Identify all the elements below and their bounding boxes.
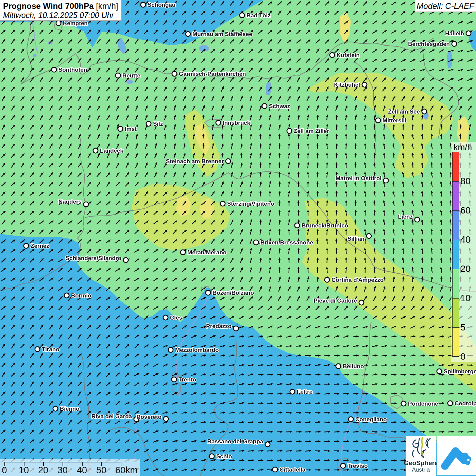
scale-label: 20 — [38, 465, 48, 476]
city-label: Rovereto — [136, 414, 162, 420]
city-marker — [376, 118, 380, 123]
city-label: Bozen/Bolzano — [213, 290, 254, 296]
city-label: Imst — [125, 126, 137, 132]
title-parameter: Prognose Wind 700hPa — [3, 1, 94, 11]
city-marker — [84, 202, 88, 207]
city: Schwaz — [262, 103, 290, 109]
scale-label: 0 — [2, 465, 7, 476]
city-marker — [330, 53, 335, 57]
city-label: Cittadella — [279, 466, 306, 473]
scale-label: 30 — [57, 465, 68, 476]
city: Tirano — [35, 346, 60, 353]
city-label: Conegliano — [355, 416, 387, 423]
city-marker — [168, 347, 173, 352]
legend-segment — [452, 152, 459, 181]
city: Cortina d'Ampezzo — [325, 277, 384, 283]
city-marker — [362, 82, 367, 87]
city: Imst — [118, 126, 137, 132]
legend-segment — [452, 240, 459, 269]
contour-lines-icon — [409, 436, 433, 460]
scale-label: 10 — [19, 465, 29, 476]
page-title: Prognose Wind 700hPa [km/h] — [3, 1, 119, 11]
city-label: Garmisch-Partenkirchen — [179, 71, 246, 77]
city: Bruneck/Brunico — [295, 222, 348, 229]
color-legend: km/h 806040201050 — [451, 142, 476, 362]
legend-tick-label: 10 — [460, 293, 471, 304]
city: Bienno — [53, 406, 80, 412]
city-marker — [265, 442, 270, 447]
legend-tick-label: 0 — [460, 352, 465, 362]
geosphere-sub: Austria — [412, 466, 430, 473]
city: Steinach am Brenner — [166, 158, 231, 165]
city-label: Cles — [170, 314, 182, 321]
city: Codroipo — [448, 400, 476, 407]
city-label: Kufstein — [337, 52, 360, 58]
model-label: Modell: C-LAEF — [417, 1, 474, 11]
valid-time: Mittwoch, 10.12.2025 07:00 Uhr — [3, 11, 119, 20]
city-label: Lienz — [398, 214, 413, 220]
city-marker — [290, 389, 295, 394]
city-label: Kitzbühel — [334, 82, 360, 88]
city-marker — [254, 240, 258, 245]
city-label: Schongau — [148, 2, 175, 8]
scale-label: 60km — [115, 465, 138, 476]
city-marker — [172, 71, 177, 76]
legend-tick-label: 20 — [460, 264, 471, 274]
city-marker — [53, 406, 58, 411]
scale-label: 40 — [77, 465, 87, 476]
city-label: Schlanders/Silandro — [66, 255, 121, 261]
city-marker — [216, 120, 221, 125]
city-marker — [52, 67, 56, 72]
city: Cles — [163, 314, 182, 321]
city: Reutte — [116, 72, 140, 79]
city-label: Bassano del Grappa — [207, 438, 264, 445]
city-label: Schwaz — [269, 103, 290, 109]
title-box: Prognose Wind 700hPa [km/h] Mittwoch, 10… — [0, 0, 122, 21]
city-label: Riva del Garda — [91, 413, 132, 420]
legend-unit-label: km/h — [454, 142, 472, 152]
city-label: Predazzo — [206, 323, 232, 329]
city-marker — [164, 417, 168, 421]
legend-segment — [452, 298, 459, 327]
city-label: Meran/Merano — [187, 249, 226, 256]
legend-segment — [452, 327, 459, 357]
city: Bozen/Bolzano — [206, 290, 254, 296]
partner-logo-box — [437, 436, 476, 475]
city: Sterzing/Vipiteno — [220, 201, 274, 207]
city-label: Brixen/Bressanone — [260, 239, 313, 246]
city-label: Zell am Ziller — [294, 128, 329, 134]
model-box: Modell: C-LAEF — [415, 0, 476, 12]
city-label: Kempten — [63, 20, 88, 27]
city-label: Hallein — [445, 30, 464, 37]
city-label: Treviso — [347, 463, 368, 469]
city-marker — [172, 377, 176, 382]
city: Hallein — [445, 30, 471, 37]
city-marker — [56, 21, 61, 26]
city-marker — [220, 201, 225, 206]
city: Mezzolombardo — [168, 347, 219, 353]
city: Treviso — [341, 463, 368, 469]
city-marker — [295, 223, 300, 228]
city-label: Tirano — [42, 346, 60, 353]
city-label: Mezzolombardo — [175, 347, 219, 353]
legend-tick-label: 80 — [460, 176, 471, 187]
city: Schio — [209, 453, 232, 460]
city-label: Berchtesgaden — [408, 41, 450, 47]
city-label: Silz — [153, 121, 163, 127]
city: Berchtesgaden — [408, 41, 457, 47]
city: Belluno — [336, 363, 364, 370]
city-marker — [336, 364, 341, 369]
city-label: Innsbruck — [223, 120, 251, 126]
city-marker — [348, 417, 353, 422]
city-label: Bad Tölz — [247, 12, 271, 19]
city-marker — [437, 369, 442, 374]
city-marker — [141, 2, 146, 7]
city-marker — [401, 401, 406, 406]
city-label: Matrei in Osttirol — [336, 175, 381, 182]
mountain-cloud-icon — [440, 439, 473, 472]
city-label: Reutte — [122, 72, 140, 79]
city: Meran/Merano — [181, 249, 226, 256]
city-label: Belluno — [343, 363, 364, 370]
city-marker — [325, 277, 329, 282]
map-scale-bar: 0102030405060km — [0, 459, 140, 476]
